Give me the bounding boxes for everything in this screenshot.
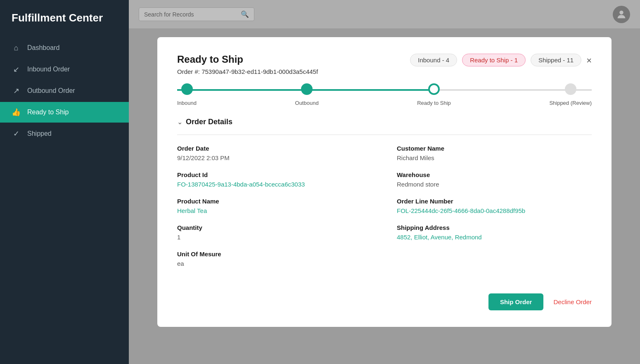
order-number: Order #: 75390a47-9b32-ed11-9db1-000d3a5… <box>177 68 592 75</box>
detail-item-product-name: Product NameHerbal Tea <box>177 198 372 214</box>
sidebar-icon-dashboard: ⌂ <box>12 43 21 52</box>
badge-inbound[interactable]: Inbound - 4 <box>410 54 457 66</box>
detail-label-shipping-address: Shipping Address <box>397 224 592 231</box>
main-content: 🔍 Ready to Ship Inbound - 4Ready to Ship… <box>129 0 640 364</box>
sidebar-item-ready-to-ship[interactable]: 👍Ready to Ship <box>0 102 129 123</box>
detail-label-unit-of-mesure: Unit Of Mesure <box>177 251 372 258</box>
sidebar-icon-shipped: ✓ <box>12 129 21 138</box>
step-outbound: Outbound <box>295 83 319 106</box>
detail-label-warehouse: Warehouse <box>397 171 592 178</box>
sidebar-item-dashboard[interactable]: ⌂Dashboard <box>0 38 129 58</box>
step-dot-outbound <box>301 83 313 95</box>
modal-actions: Ship Order Decline Order <box>177 293 592 310</box>
detail-item-warehouse: WarehouseRedmond store <box>397 171 592 188</box>
detail-label-customer-name: Customer Name <box>397 145 592 152</box>
detail-item-customer-name: Customer NameRichard Miles <box>397 145 592 161</box>
decline-order-button[interactable]: Decline Order <box>553 298 592 305</box>
detail-label-order-date: Order Date <box>177 145 372 152</box>
sidebar-label-outbound-order: Outbound Order <box>27 87 75 95</box>
modal-title-block: Ready to Ship <box>177 54 243 65</box>
detail-label-quantity: Quantity <box>177 224 372 231</box>
detail-label-product-name: Product Name <box>177 198 372 205</box>
step-shipped-review: Shipped (Review) <box>549 83 592 106</box>
detail-value-product-id[interactable]: FO-13870425-9a13-4bda-a054-bcecca6c3033 <box>177 181 372 188</box>
sidebar-label-inbound-order: Inbound Order <box>27 66 70 73</box>
sidebar-icon-outbound-order: ↗ <box>12 86 21 95</box>
modal-overlay: Ready to Ship Inbound - 4Ready to Ship -… <box>129 0 640 364</box>
detail-value-order-line-number[interactable]: FOL-225444dc-26f5-4666-8da0-0ac4288df95b <box>397 207 592 214</box>
detail-item-quantity: Quantity1 <box>177 224 372 241</box>
sidebar-item-shipped[interactable]: ✓Shipped <box>0 123 129 144</box>
step-ready-to-ship: Ready to Ship <box>417 83 451 106</box>
section-header[interactable]: ⌄ Order Details <box>177 118 592 126</box>
detail-item-order-line-number: Order Line NumberFOL-225444dc-26f5-4666-… <box>397 198 592 214</box>
detail-value-warehouse: Redmond store <box>397 181 592 188</box>
badge-ready-to-ship[interactable]: Ready to Ship - 1 <box>462 54 526 66</box>
sidebar: Fulfillment Center ⌂Dashboard↙Inbound Or… <box>0 0 129 364</box>
badge-shipped[interactable]: Shipped - 11 <box>531 54 581 66</box>
step-inbound: Inbound <box>177 83 197 106</box>
sidebar-item-outbound-order[interactable]: ↗Outbound Order <box>0 80 129 101</box>
step-dot-ready-to-ship <box>428 83 440 95</box>
progress-steps: InboundOutboundReady to ShipShipped (Rev… <box>177 83 592 106</box>
detail-item-order-date: Order Date9/12/2022 2:03 PM <box>177 145 372 161</box>
details-right-col: Customer NameRichard MilesWarehouseRedmo… <box>397 145 592 277</box>
modal: Ready to Ship Inbound - 4Ready to Ship -… <box>157 37 612 327</box>
step-dot-shipped-review <box>565 83 576 95</box>
step-label-shipped-review: Shipped (Review) <box>549 100 592 106</box>
ship-order-button[interactable]: Ship Order <box>488 293 544 310</box>
sidebar-label-dashboard: Dashboard <box>27 44 59 52</box>
app-title: Fulfillment Center <box>0 0 129 38</box>
step-dot-inbound <box>181 83 193 95</box>
section-title: Order Details <box>186 118 232 126</box>
detail-item-shipping-address: Shipping Address4852, Elliot, Avenue, Re… <box>397 224 592 241</box>
modal-title: Ready to Ship <box>177 54 243 65</box>
step-label-outbound: Outbound <box>295 100 319 106</box>
details-grid: Order Date9/12/2022 2:03 PMProduct IdFO-… <box>177 145 592 277</box>
sidebar-label-shipped: Shipped <box>27 130 52 137</box>
details-left-col: Order Date9/12/2022 2:03 PMProduct IdFO-… <box>177 145 372 277</box>
detail-label-order-line-number: Order Line Number <box>397 198 592 205</box>
section-divider <box>177 135 592 135</box>
detail-value-customer-name: Richard Miles <box>397 154 592 161</box>
detail-item-unit-of-mesure: Unit Of Mesureea <box>177 251 372 267</box>
detail-item-product-id: Product IdFO-13870425-9a13-4bda-a054-bce… <box>177 171 372 188</box>
sidebar-nav: ⌂Dashboard↙Inbound Order↗Outbound Order👍… <box>0 38 129 144</box>
sidebar-label-ready-to-ship: Ready to Ship <box>27 109 69 116</box>
steps-row: InboundOutboundReady to ShipShipped (Rev… <box>177 83 592 106</box>
sidebar-icon-ready-to-ship: 👍 <box>12 108 21 117</box>
modal-badges: Inbound - 4Ready to Ship - 1Shipped - 11 <box>410 54 581 66</box>
chevron-down-icon: ⌄ <box>177 118 183 126</box>
detail-value-shipping-address[interactable]: 4852, Elliot, Avenue, Redmond <box>397 234 592 241</box>
close-button[interactable]: × <box>586 56 592 65</box>
step-label-ready-to-ship: Ready to Ship <box>417 100 451 106</box>
detail-label-product-id: Product Id <box>177 171 372 178</box>
detail-value-product-name[interactable]: Herbal Tea <box>177 207 372 214</box>
step-label-inbound: Inbound <box>177 100 197 106</box>
sidebar-item-inbound-order[interactable]: ↙Inbound Order <box>0 59 129 80</box>
detail-value-order-date: 9/12/2022 2:03 PM <box>177 154 372 161</box>
detail-value-quantity: 1 <box>177 234 372 241</box>
detail-value-unit-of-mesure: ea <box>177 260 372 267</box>
sidebar-icon-inbound-order: ↙ <box>12 65 21 74</box>
